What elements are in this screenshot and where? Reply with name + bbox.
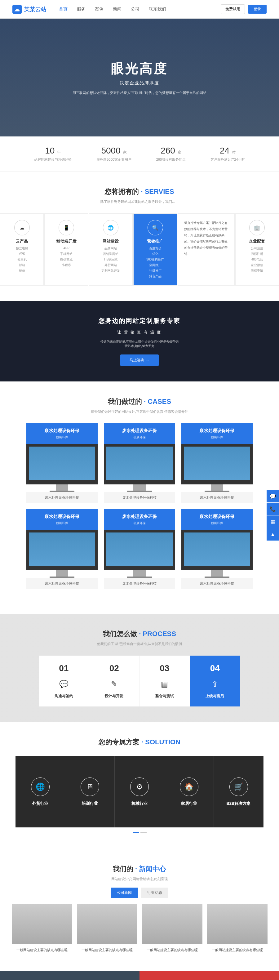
trial-button[interactable]: 免费试用 — [221, 4, 245, 14]
service-detail-panel: 量身打造专属方案并配比行之有效的推荐与技术，不为营销而营销，为让您获得最正确有效… — [178, 213, 235, 286]
upload-icon: ⇧ — [209, 678, 221, 690]
nav-contact[interactable]: 联系我们 — [149, 6, 166, 12]
service-card-marketing[interactable]: 🔍营销推广百度竞价 优化 360搜狗推广 全网推广 社媒推广 抖音产品 — [133, 213, 177, 286]
logo[interactable]: ☁ 某某云站 — [13, 5, 46, 14]
nav-company[interactable]: 公司 — [131, 6, 140, 12]
layers-icon: ▦ — [159, 678, 171, 690]
service-card-cloud[interactable]: ☁云产品独立电脑 VPS 云主机 邮箱 短信 — [0, 213, 44, 286]
news-tab-company[interactable]: 公司新闻 — [111, 888, 138, 898]
edit-icon: ✎ — [108, 678, 120, 690]
float-wechat[interactable]: 💬 — [266, 490, 279, 503]
float-sidebar: 💬 📞 ▦ ▲ — [266, 490, 279, 541]
solution-card[interactable]: 🛒B2B解决方案 — [214, 756, 263, 827]
dark-title: 您身边的网站定制服务专家 — [16, 317, 263, 325]
cta-row: 继续在老套路中化作尘埃 算了吧 尝试蜕变的营销模式 马上咨询 — [0, 971, 279, 980]
case-card[interactable]: 废水处理设备环保创展环保废水处理设备环保科技 — [181, 509, 253, 589]
case-card[interactable]: 废水处理设备环保创展环保废水处理设备环保科技 — [104, 509, 175, 589]
nav-cases[interactable]: 案例 — [95, 6, 103, 12]
process-step-2[interactable]: 02✎设计与开发 — [89, 655, 140, 706]
case-card[interactable]: 废水处理设备环保创展环保废水处理设备环保科技 — [26, 509, 98, 589]
header: ☁ 某某云站 首页 服务 案例 新闻 公司 联系我们 免费试用 登录 — [0, 0, 279, 19]
news-card[interactable]: 一般网站建设主要的缺点有哪些呢 — [77, 904, 137, 956]
cta-right: 尝试蜕变的营销模式 马上咨询 — [140, 971, 279, 980]
services-section: 您将拥有的 · SERVIES 除了软件财务建站网加建网站之服务以外，我们…… … — [0, 172, 279, 301]
section-title: 我们怎么做 · PROCESS — [0, 629, 279, 638]
building-icon: 🏢 — [249, 220, 265, 235]
consult-button[interactable]: 马上咨询 → — [120, 355, 159, 366]
float-phone[interactable]: 📞 — [266, 503, 279, 515]
hero-title: 眼光高度 — [111, 60, 168, 77]
logo-icon: ☁ — [13, 5, 22, 14]
section-title: 您的专属方案 · SOLUTION — [0, 738, 279, 747]
section-desc: 那些我们做过很好的网站设计,它客观中我们认真,但愿客说都专注 — [0, 409, 279, 414]
service-card-enterprise[interactable]: 🏢企业配套公司注册 商标注册 400电话 企业微信 版权申请 — [235, 213, 279, 286]
section-title: 您将拥有的 · SERVIES — [0, 187, 279, 196]
solution-card[interactable]: 🖥培训行业 — [65, 756, 115, 827]
solution-card[interactable]: 🌐外贸行业 — [16, 756, 65, 827]
case-card[interactable]: 废水处理设备环保创展环保废水处理设备环保科技 — [181, 423, 253, 503]
home-icon: 🏠 — [180, 778, 198, 796]
logo-text: 某某云站 — [24, 6, 46, 13]
float-top[interactable]: ▲ — [266, 528, 279, 541]
float-qr[interactable]: ▦ — [266, 515, 279, 528]
section-title: 我们做过的 · CASES — [0, 397, 279, 406]
dark-desc: 传递的来自正能量,不管你从哪个点去做营业还是去做营销 营艺术,如此,魅力无穷 — [16, 340, 263, 348]
stat-item: 24 时客户服务满足7*24小时 — [211, 146, 245, 162]
news-card[interactable]: 一般网站建设主要的缺点有哪些呢 — [142, 904, 203, 956]
dark-cta-section: 您身边的网站定制服务专家 让 营 销 更 有 温 度 传递的来自正能量,不管你从… — [0, 301, 279, 382]
section-title: 我们的 · 新闻中心 — [0, 864, 279, 873]
globe-icon: 🌐 — [31, 778, 49, 796]
section-desc: 网站建设知识,网络营销动态,此刻呈现 — [0, 877, 279, 881]
cta-left: 继续在老套路中化作尘埃 算了吧 — [0, 971, 140, 980]
process-step-1[interactable]: 01💬沟通与签约 — [39, 655, 89, 706]
service-card-web[interactable]: 🌐网站建设品牌网站 营销型网站 H5响应式 外贸网站 定制网站开发 — [89, 213, 133, 286]
case-card[interactable]: 废水处理设备环保创展环保废水处理设备环保科技 — [104, 423, 175, 503]
cart-icon: 🛒 — [230, 778, 248, 796]
pagination-dot[interactable] — [133, 832, 139, 833]
service-card-mobile[interactable]: 📱移动端开发APP 手机网站 微信商城 小程序 — [44, 213, 88, 286]
dark-sub: 让 营 销 更 有 温 度 — [16, 330, 263, 335]
chat-icon: 💬 — [58, 678, 70, 690]
gear-icon: ⚙ — [130, 778, 149, 796]
nav-news[interactable]: 新闻 — [113, 6, 122, 12]
solution-section: 您的专属方案 · SOLUTION 🌐外贸行业 🖥培训行业 ⚙机械行业 🏠家居行… — [0, 722, 279, 849]
stat-item: 5000 家服务超5000家企业用户 — [97, 146, 131, 162]
search-icon: 🔍 — [147, 220, 163, 235]
process-step-4[interactable]: 04⇧上线与售后 — [190, 655, 241, 706]
solution-card[interactable]: 🏠家居行业 — [164, 756, 214, 827]
login-button[interactable]: 登录 — [248, 5, 266, 14]
stat-item: 10 年品牌网站建设与营销经验 — [34, 146, 71, 162]
nav-service[interactable]: 服务 — [77, 6, 86, 12]
case-card[interactable]: 废水处理设备环保创展环保废水处理设备环保科技 — [26, 423, 98, 503]
section-desc: 使我们的工"标"已经辛自一套标准,从来就不是我们的惯例 — [0, 642, 279, 646]
globe-icon: 🌐 — [103, 220, 119, 235]
hero-banner: 眼光高度 决定企业品牌厚度 用互联网的想法做品牌，突破性枯燥人"互联网+"时代，… — [0, 19, 279, 137]
process-step-3[interactable]: 03▦整合与测试 — [140, 655, 190, 706]
hero-desc: 用互联网的想法做品牌，突破性枯燥人"互联网+"时代，您的梦想里有一个属于自己的网… — [73, 91, 206, 95]
stat-item: 260 座260城设有服务网点 — [156, 146, 186, 162]
news-tab-industry[interactable]: 行业动态 — [141, 888, 168, 898]
news-section: 我们的 · 新闻中心 网站建设知识,网络营销动态,此刻呈现 公司新闻 行业动态 … — [0, 849, 279, 971]
section-desc: 除了软件财务建站网加建网站之服务以外，我们…… — [0, 199, 279, 204]
news-card[interactable]: 一般网站建设主要的缺点有哪些呢 — [207, 904, 268, 956]
news-card[interactable]: 一般网站建设主要的缺点有哪些呢 — [12, 904, 72, 956]
pagination-dot[interactable] — [140, 832, 147, 833]
solution-card[interactable]: ⚙机械行业 — [115, 756, 164, 827]
nav-home[interactable]: 首页 — [59, 6, 68, 12]
main-nav: 首页 服务 案例 新闻 公司 联系我们 — [59, 6, 166, 12]
monitor-icon: 🖥 — [81, 778, 99, 796]
stats-bar: 10 年品牌网站建设与营销经验 5000 家服务超5000家企业用户 260 座… — [0, 137, 279, 172]
mobile-icon: 📱 — [59, 220, 74, 235]
cloud-icon: ☁ — [14, 220, 30, 235]
cases-section: 我们做过的 · CASES 那些我们做过很好的网站设计,它客观中我们认真,但愿客… — [0, 382, 279, 614]
process-section: 我们怎么做 · PROCESS 使我们的工"标"已经辛自一套标准,从来就不是我们… — [0, 614, 279, 722]
hero-subtitle: 决定企业品牌厚度 — [120, 80, 159, 86]
